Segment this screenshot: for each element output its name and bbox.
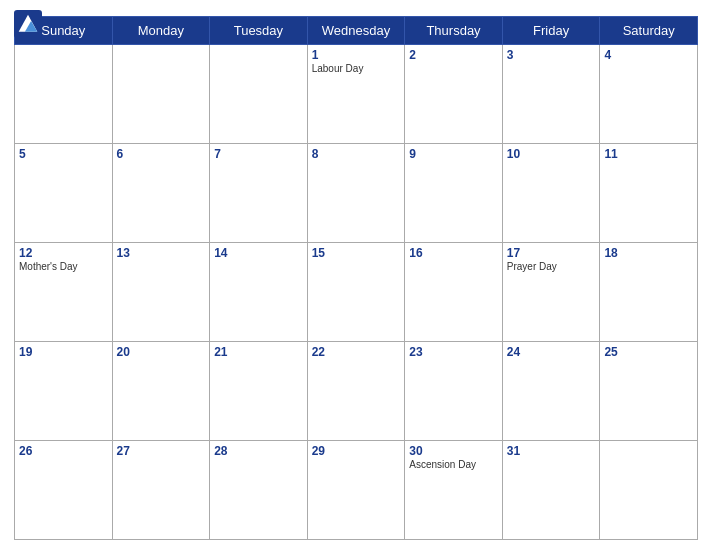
weekday-header: Tuesday — [210, 17, 308, 45]
day-number: 13 — [117, 246, 206, 260]
day-number: 5 — [19, 147, 108, 161]
weekday-header: Monday — [112, 17, 210, 45]
calendar-cell — [210, 45, 308, 144]
calendar-week-row: 1Labour Day234 — [15, 45, 698, 144]
calendar-cell: 3 — [502, 45, 600, 144]
calendar-week-row: 12Mother's Day1314151617Prayer Day18 — [15, 243, 698, 342]
calendar-cell — [112, 45, 210, 144]
weekday-header: Saturday — [600, 17, 698, 45]
day-number: 29 — [312, 444, 401, 458]
day-number: 22 — [312, 345, 401, 359]
calendar-cell: 19 — [15, 342, 113, 441]
calendar-cell: 15 — [307, 243, 405, 342]
calendar-cell: 25 — [600, 342, 698, 441]
day-number: 2 — [409, 48, 498, 62]
day-number: 16 — [409, 246, 498, 260]
weekday-header: Friday — [502, 17, 600, 45]
day-number: 21 — [214, 345, 303, 359]
day-number: 20 — [117, 345, 206, 359]
calendar-cell: 9 — [405, 144, 503, 243]
day-number: 25 — [604, 345, 693, 359]
calendar-cell: 23 — [405, 342, 503, 441]
day-number: 7 — [214, 147, 303, 161]
calendar-cell: 17Prayer Day — [502, 243, 600, 342]
calendar-cell: 1Labour Day — [307, 45, 405, 144]
calendar-cell: 28 — [210, 441, 308, 540]
calendar-cell: 29 — [307, 441, 405, 540]
day-number: 12 — [19, 246, 108, 260]
calendar-cell: 2 — [405, 45, 503, 144]
calendar-cell: 4 — [600, 45, 698, 144]
calendar-cell: 5 — [15, 144, 113, 243]
weekday-header: Thursday — [405, 17, 503, 45]
holiday-name: Labour Day — [312, 63, 401, 74]
calendar-cell: 14 — [210, 243, 308, 342]
calendar-cell: 16 — [405, 243, 503, 342]
day-number: 30 — [409, 444, 498, 458]
day-number: 10 — [507, 147, 596, 161]
calendar-cell: 12Mother's Day — [15, 243, 113, 342]
day-number: 9 — [409, 147, 498, 161]
weekday-header: Wednesday — [307, 17, 405, 45]
calendar-cell: 30Ascension Day — [405, 441, 503, 540]
calendar-wrapper: SundayMondayTuesdayWednesdayThursdayFrid… — [0, 0, 712, 550]
calendar-cell: 8 — [307, 144, 405, 243]
calendar-cell: 11 — [600, 144, 698, 243]
day-number: 24 — [507, 345, 596, 359]
logo — [14, 10, 46, 38]
calendar-cell: 21 — [210, 342, 308, 441]
holiday-name: Mother's Day — [19, 261, 108, 272]
day-number: 14 — [214, 246, 303, 260]
day-number: 15 — [312, 246, 401, 260]
calendar-cell: 6 — [112, 144, 210, 243]
logo-icon — [14, 10, 42, 38]
calendar-cell: 22 — [307, 342, 405, 441]
holiday-name: Ascension Day — [409, 459, 498, 470]
calendar-cell: 27 — [112, 441, 210, 540]
calendar-cell: 10 — [502, 144, 600, 243]
calendar-cell — [600, 441, 698, 540]
day-number: 6 — [117, 147, 206, 161]
day-number: 23 — [409, 345, 498, 359]
day-number: 3 — [507, 48, 596, 62]
calendar-cell: 13 — [112, 243, 210, 342]
day-number: 1 — [312, 48, 401, 62]
day-number: 27 — [117, 444, 206, 458]
day-number: 8 — [312, 147, 401, 161]
calendar-cell — [15, 45, 113, 144]
calendar-week-row: 567891011 — [15, 144, 698, 243]
calendar-week-row: 2627282930Ascension Day31 — [15, 441, 698, 540]
calendar-cell: 26 — [15, 441, 113, 540]
calendar-table: SundayMondayTuesdayWednesdayThursdayFrid… — [14, 16, 698, 540]
day-number: 28 — [214, 444, 303, 458]
day-number: 19 — [19, 345, 108, 359]
day-number: 4 — [604, 48, 693, 62]
day-number: 17 — [507, 246, 596, 260]
calendar-week-row: 19202122232425 — [15, 342, 698, 441]
calendar-cell: 18 — [600, 243, 698, 342]
calendar-cell: 7 — [210, 144, 308, 243]
day-number: 31 — [507, 444, 596, 458]
holiday-name: Prayer Day — [507, 261, 596, 272]
day-number: 18 — [604, 246, 693, 260]
calendar-cell: 31 — [502, 441, 600, 540]
day-number: 26 — [19, 444, 108, 458]
calendar-cell: 20 — [112, 342, 210, 441]
day-number: 11 — [604, 147, 693, 161]
weekday-header-row: SundayMondayTuesdayWednesdayThursdayFrid… — [15, 17, 698, 45]
calendar-cell: 24 — [502, 342, 600, 441]
